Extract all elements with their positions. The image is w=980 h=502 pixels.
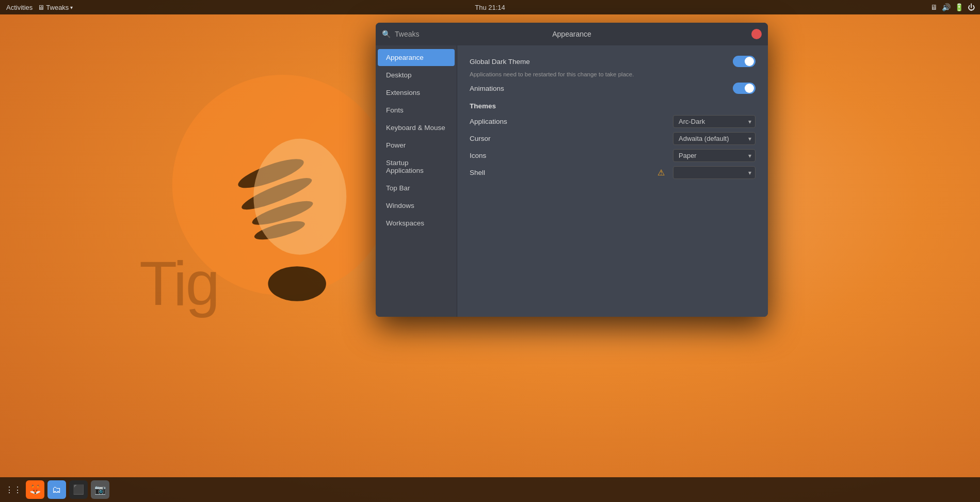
shell-theme-row: Shell ⚠ bbox=[470, 166, 756, 179]
topbar: Activities 🖥 Tweaks ▾ Thu 21:14 🖥 🔊 🔋 ⏻ bbox=[0, 0, 980, 14]
global-dark-theme-label-group: Global Dark Theme bbox=[470, 58, 530, 66]
tweaks-menu-icon: 🖥 bbox=[38, 4, 44, 11]
tiger-text: Tig bbox=[139, 248, 218, 319]
icons-dropdown-wrapper: Paper Adwaita Moka Numix bbox=[673, 149, 756, 162]
window-titlebar: 🔍 Tweaks Appearance ✕ bbox=[376, 23, 768, 45]
shell-warning-icon: ⚠ bbox=[657, 168, 665, 177]
global-dark-theme-sublabel: Applications need to be restarted for th… bbox=[470, 71, 756, 77]
topbar-left: Activities 🖥 Tweaks ▾ bbox=[0, 3, 73, 12]
sidebar-item-desktop[interactable]: Desktop bbox=[378, 67, 455, 84]
global-dark-theme-label: Global Dark Theme bbox=[470, 58, 530, 66]
taskbar-firefox-button[interactable]: 🦊 bbox=[26, 480, 44, 499]
themes-section-title: Themes bbox=[470, 102, 756, 110]
sidebar-item-workspaces[interactable]: Workspaces bbox=[378, 215, 455, 232]
taskbar-terminal-button[interactable]: ⬛ bbox=[69, 480, 88, 499]
tweaks-menu-label: Tweaks bbox=[46, 4, 69, 11]
tweaks-chevron-icon: ▾ bbox=[70, 5, 73, 10]
screen-icon: 🖥 bbox=[930, 3, 938, 11]
activities-button[interactable]: Activities bbox=[3, 3, 36, 12]
icons-dropdown[interactable]: Paper Adwaita Moka Numix bbox=[673, 149, 756, 162]
sidebar-item-extensions[interactable]: Extensions bbox=[378, 84, 455, 101]
svg-point-6 bbox=[268, 266, 326, 301]
cursor-dropdown[interactable]: Adwaita (default) DMZ-Black DMZ-White bbox=[673, 132, 756, 145]
taskbar-grid-button[interactable]: ⋮⋮ bbox=[4, 480, 23, 499]
sidebar: Appearance Desktop Extensions Fonts Keyb… bbox=[376, 45, 457, 317]
animations-row: Animations bbox=[470, 83, 756, 94]
applications-dropdown-wrapper: Arc-Dark Adwaita Arc Arc-Darker bbox=[673, 115, 756, 128]
topbar-right: 🖥 🔊 🔋 ⏻ bbox=[930, 3, 980, 11]
svg-point-5 bbox=[253, 139, 346, 255]
cursor-theme-row: Cursor Adwaita (default) DMZ-Black DMZ-W… bbox=[470, 132, 756, 145]
icons-theme-label: Icons bbox=[470, 152, 486, 159]
animations-label: Animations bbox=[470, 85, 504, 92]
applications-dropdown[interactable]: Arc-Dark Adwaita Arc Arc-Darker bbox=[673, 115, 756, 128]
animations-knob bbox=[745, 84, 754, 93]
tweaks-window: 🔍 Tweaks Appearance ✕ Appearance Desktop… bbox=[376, 23, 768, 317]
tweaks-menu[interactable]: 🖥 Tweaks ▾ bbox=[38, 4, 73, 11]
sidebar-item-windows[interactable]: Windows bbox=[378, 197, 455, 214]
main-content: Global Dark Theme Applications need to b… bbox=[457, 45, 768, 317]
shell-dropdown-wrapper bbox=[673, 166, 756, 179]
window-close-button[interactable]: ✕ bbox=[751, 29, 762, 39]
taskbar-files-button[interactable]: 🗂 bbox=[47, 480, 66, 499]
applications-theme-label: Applications bbox=[470, 118, 507, 125]
sidebar-item-fonts[interactable]: Fonts bbox=[378, 102, 455, 119]
taskbar: ⋮⋮ 🦊 🗂 ⬛ 📷 bbox=[0, 477, 980, 502]
battery-icon: 🔋 bbox=[955, 3, 963, 11]
search-icon: 🔍 bbox=[382, 30, 391, 38]
taskbar-screenshot-button[interactable]: 📷 bbox=[91, 480, 109, 499]
window-title: Appearance bbox=[552, 30, 591, 38]
global-dark-theme-row: Global Dark Theme bbox=[470, 56, 756, 67]
shell-theme-label: Shell bbox=[470, 169, 485, 176]
sidebar-item-startup-applications[interactable]: Startup Applications bbox=[378, 154, 455, 179]
animations-toggle[interactable] bbox=[733, 83, 756, 94]
sidebar-item-power[interactable]: Power bbox=[378, 137, 455, 154]
applications-theme-row: Applications Arc-Dark Adwaita Arc Arc-Da… bbox=[470, 115, 756, 128]
toggle-knob bbox=[745, 57, 754, 66]
shell-dropdown[interactable] bbox=[673, 166, 756, 179]
sidebar-item-appearance[interactable]: Appearance bbox=[378, 49, 455, 66]
topbar-datetime: Thu 21:14 bbox=[475, 4, 505, 11]
search-label[interactable]: Tweaks bbox=[395, 30, 419, 38]
window-body: Appearance Desktop Extensions Fonts Keyb… bbox=[376, 45, 768, 317]
cursor-theme-label: Cursor bbox=[470, 135, 491, 142]
cursor-dropdown-wrapper: Adwaita (default) DMZ-Black DMZ-White bbox=[673, 132, 756, 145]
shell-controls: ⚠ bbox=[657, 166, 756, 179]
power-icon[interactable]: ⏻ bbox=[968, 3, 975, 11]
volume-icon[interactable]: 🔊 bbox=[942, 3, 951, 11]
icons-theme-row: Icons Paper Adwaita Moka Numix bbox=[470, 149, 756, 162]
sidebar-item-top-bar[interactable]: Top Bar bbox=[378, 180, 455, 197]
global-dark-theme-toggle[interactable] bbox=[733, 56, 756, 67]
sidebar-item-keyboard-mouse[interactable]: Keyboard & Mouse bbox=[378, 119, 455, 136]
search-area: 🔍 Tweaks bbox=[382, 30, 419, 38]
